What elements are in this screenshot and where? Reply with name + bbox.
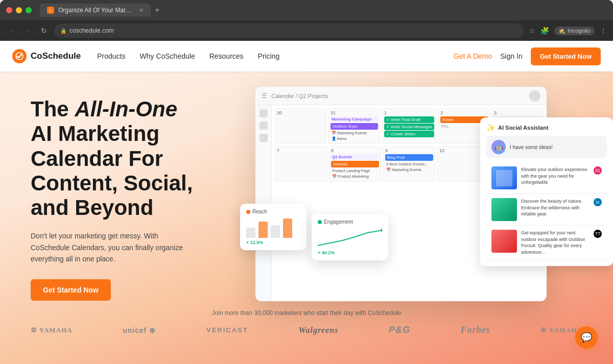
engagement-label: Engagement [324, 219, 353, 225]
hero-heading: The All-In-One AI Marketing Calendar For… [31, 97, 235, 220]
minimize-window-button[interactable] [16, 7, 22, 13]
social-post-text-1: Elevate your outdoor experience with the… [521, 166, 590, 186]
refresh-button[interactable]: ↻ [39, 25, 49, 37]
brand-vericast: VERICAST [206, 326, 248, 334]
traffic-lights [6, 7, 32, 13]
engagement-card-title: Engagement [318, 219, 382, 225]
hero-left: The All-In-One AI Marketing Calendar For… [31, 92, 235, 301]
get-started-button[interactable]: Get Started Now [531, 47, 601, 65]
instagram-icon: IG [594, 166, 602, 175]
brands-tagline: Join more than 30,000 marketers who star… [31, 309, 582, 317]
incognito-icon: 🕵 [558, 28, 565, 34]
social-post-text-2: Discover the beauty of nature. Embrace t… [521, 198, 590, 217]
brand-walgreens: Walgreens [298, 326, 338, 335]
tiktok-icon: TT [594, 230, 602, 238]
brand-yamaha-1: ⚙ YAMAHA [31, 326, 73, 334]
calendar-day-31: 31 Marketing Campaign Outdoor Expo 📅 Mar… [328, 108, 380, 144]
chat-icon: 💬 [581, 332, 592, 343]
breadcrumb-calendar: Calendar [271, 93, 294, 99]
reach-stats-card: Reach + 12.5% [240, 204, 306, 250]
chat-bubble-button[interactable]: 💬 [575, 326, 598, 349]
reach-label: Reach [252, 209, 267, 214]
ai-assistant-card: ✨ AI Social Assistant 🤖 I have some idea… [480, 117, 613, 266]
reach-stat-value: + 12.5% [246, 240, 300, 245]
social-thumb-nature [491, 198, 517, 221]
brand-forbes: Forbes [461, 325, 490, 335]
calendar-day-9: 9 Blog Post 5 Best Outdoor Events... 📅 M… [383, 146, 435, 182]
reach-bars-chart [246, 217, 300, 238]
browser-titlebar: C Organize All Of Your Marketi… ✕ + [0, 0, 613, 20]
logo-text: CoSchedule [31, 51, 81, 61]
incognito-label: Incognito [568, 28, 591, 34]
calendar-event-checklist[interactable]: ✓ Write Final Draft [384, 116, 434, 123]
reach-dot-icon [246, 210, 250, 214]
tab-close-button[interactable]: ✕ [139, 7, 144, 14]
forward-button[interactable]: → [22, 25, 34, 37]
nav-links: Products Why CoSchedule Resources Pricin… [97, 52, 454, 60]
ai-title: AI Social Assistant [498, 125, 549, 131]
maximize-window-button[interactable] [26, 7, 32, 13]
browser-tab[interactable]: C Organize All Of Your Marketi… ✕ [40, 4, 151, 17]
calendar-task-me: 📅 Marketing Events [385, 167, 433, 173]
ai-card-header: ✨ AI Social Assistant [486, 124, 607, 132]
breadcrumb-q2: Q2 Projects [299, 93, 328, 99]
heading-line4: Content, Social, [31, 171, 193, 195]
logo-icon [12, 49, 27, 63]
nav-resources[interactable]: Resources [209, 52, 244, 60]
new-tab-button[interactable]: + [155, 6, 159, 15]
nav-pricing[interactable]: Pricing [258, 52, 280, 60]
tab-favicon: C [47, 7, 54, 14]
ai-avatar: 🤖 [491, 140, 506, 154]
social-thumb-outdoor [491, 166, 517, 189]
calendar-event-social[interactable]: ✓ Write Social Messages [384, 124, 434, 130]
dashboard-breadcrumb: Calendar / Q2 Projects [271, 93, 328, 99]
reach-bar-1 [246, 228, 255, 238]
logo[interactable]: CoSchedule [12, 49, 81, 63]
engagement-line-chart [318, 228, 382, 248]
engagement-stat-value: + 40.2% [318, 250, 382, 255]
brands-section: Join more than 30,000 marketers who star… [0, 301, 613, 335]
tab-title: Organize All Of Your Marketi… [58, 7, 135, 14]
heading-italic: All-In-One [75, 97, 177, 121]
calendar-event-outdoor-expo[interactable]: Outdoor Expo [331, 123, 378, 130]
calendar-event-slides[interactable]: ✓ Create Slides [384, 131, 434, 137]
address-bar[interactable]: 🔒 coschedule.com [54, 23, 524, 38]
toolbar-icons: ☆ 🧩 🕵 Incognito ⋮ [529, 27, 607, 35]
ssl-lock-icon: 🔒 [60, 28, 66, 34]
close-window-button[interactable] [6, 7, 12, 13]
ai-sparkle-icon: ✨ [486, 124, 495, 132]
calendar-day-1: 1 ✓ Write Final Draft ✓ Write Social Mes… [382, 108, 436, 144]
ai-message-bubble: 🤖 I have some ideas! [486, 136, 607, 158]
ai-message-text: I have some ideas! [510, 144, 553, 150]
social-post-text-3: Get equipped for your next outdoor escap… [521, 230, 590, 255]
social-post-3: Get equipped for your next outdoor escap… [486, 226, 607, 260]
hero-cta-button[interactable]: Get Started Now [31, 279, 111, 301]
reach-card-title: Reach [246, 209, 300, 214]
heading-line3: Calendar For [31, 147, 163, 171]
nav-why-coschedule[interactable]: Why CoSchedule [140, 52, 195, 60]
brands-row: ⚙ YAMAHA unicef ⊕ VERICAST Walgreens P&G… [31, 325, 582, 335]
calendar-day-8: 8 Q2 Events Website Product Landing Page… [329, 146, 381, 182]
reach-bar-2 [258, 222, 268, 238]
social-thumb-gear [491, 230, 517, 253]
engagement-dot-icon [318, 220, 322, 224]
get-a-demo-link[interactable]: Get A Demo [454, 52, 492, 60]
calendar-event-blog2[interactable]: Blog Post [385, 154, 433, 161]
bookmark-icon[interactable]: ☆ [529, 27, 535, 35]
sign-in-link[interactable]: Sign In [500, 52, 523, 60]
dashboard-user-avatar [529, 90, 540, 102]
calendar-day-30: 30 [275, 108, 326, 144]
calendar-event-website[interactable]: Website [331, 161, 379, 167]
svg-point-1 [381, 229, 382, 232]
calendar-task-landing: Product Landing Page [331, 168, 379, 174]
browser-toolbar: ← → ↻ 🔒 coschedule.com ☆ 🧩 🕵 Incognito ⋮ [0, 20, 613, 41]
engagement-stats-card: Engagement + 40.2% [312, 214, 388, 260]
incognito-badge: 🕵 Incognito [554, 27, 595, 35]
browser-menu-icon[interactable]: ⋮ [600, 27, 607, 35]
nav-products[interactable]: Products [97, 52, 125, 60]
website-content: CoSchedule Products Why CoSchedule Resou… [0, 41, 613, 364]
back-button[interactable]: ← [6, 25, 17, 37]
reach-bar-3 [271, 225, 280, 238]
extensions-icon[interactable]: 🧩 [540, 27, 549, 35]
heading-the: The [31, 97, 75, 121]
